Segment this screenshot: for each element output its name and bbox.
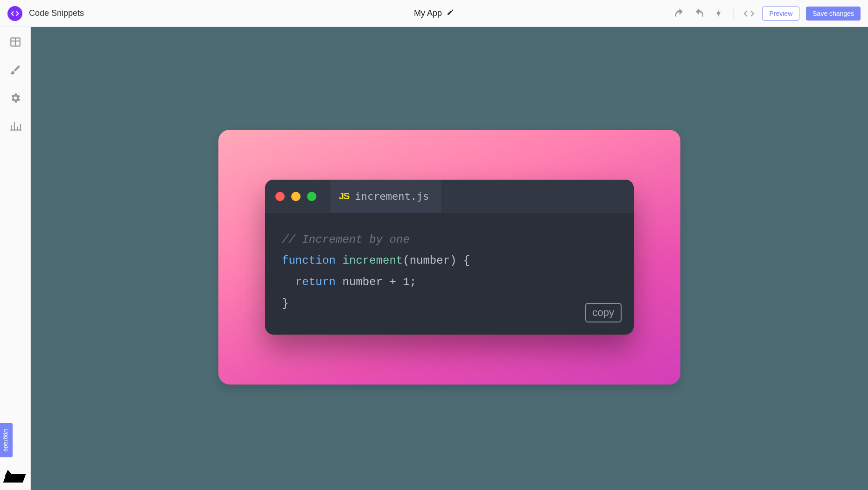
code-brace-open: {: [456, 254, 470, 267]
window-header: JS increment.js: [265, 180, 634, 213]
body-area: Upgrade JS increment.js // Increment by …: [0, 27, 868, 490]
left-rail: Upgrade: [0, 27, 31, 490]
code-view-icon[interactable]: [742, 7, 756, 20]
top-right-actions: Preview Save changes: [673, 7, 861, 21]
preview-button[interactable]: Preview: [762, 7, 799, 21]
save-button[interactable]: Save changes: [806, 7, 861, 21]
snippet-card: JS increment.js // Increment by one func…: [218, 130, 680, 385]
code-function-name: increment: [343, 254, 403, 267]
design-brush-icon[interactable]: [9, 63, 22, 77]
data-table-icon[interactable]: [9, 35, 22, 49]
close-dot-icon[interactable]: [275, 192, 285, 201]
upgrade-button[interactable]: Upgrade: [0, 423, 13, 457]
brand-mark-icon: [3, 474, 26, 483]
code-indent: [282, 276, 295, 288]
app-logo-icon[interactable]: [7, 6, 22, 21]
maximize-dot-icon[interactable]: [307, 192, 316, 201]
analytics-chart-icon[interactable]: [9, 119, 22, 133]
top-bar: Code Snippets My App Preview Save change…: [0, 0, 868, 27]
file-tab[interactable]: JS increment.js: [330, 180, 441, 213]
minimize-dot-icon[interactable]: [291, 192, 301, 201]
filename-text: increment.js: [355, 190, 429, 202]
code-comment: // Increment by one: [282, 233, 410, 246]
code-brace-close: }: [282, 297, 288, 310]
code-params: (number): [403, 254, 456, 267]
redo-icon[interactable]: [693, 7, 706, 20]
code-window: JS increment.js // Increment by one func…: [265, 180, 634, 335]
settings-gear-icon[interactable]: [9, 91, 22, 105]
code-keyword-return: return: [295, 276, 336, 288]
copy-button[interactable]: copy: [585, 303, 622, 322]
code-keyword-function: function: [282, 254, 336, 267]
app-name-text: My App: [414, 8, 442, 18]
code-body[interactable]: // Increment by one function increment(n…: [265, 213, 634, 335]
code-number: 1: [403, 276, 409, 288]
traffic-lights: [275, 192, 316, 201]
app-name-container: My App: [414, 8, 454, 18]
divider: [734, 7, 734, 20]
edit-app-name-icon[interactable]: [447, 8, 454, 18]
code-semicolon: ;: [410, 276, 416, 288]
js-file-icon: JS: [339, 191, 349, 202]
page-title: Code Snippets: [29, 8, 84, 18]
build-icon[interactable]: [712, 7, 725, 20]
canvas-area[interactable]: JS increment.js // Increment by one func…: [31, 27, 868, 490]
undo-icon[interactable]: [673, 7, 686, 20]
code-expression: number +: [336, 276, 403, 288]
